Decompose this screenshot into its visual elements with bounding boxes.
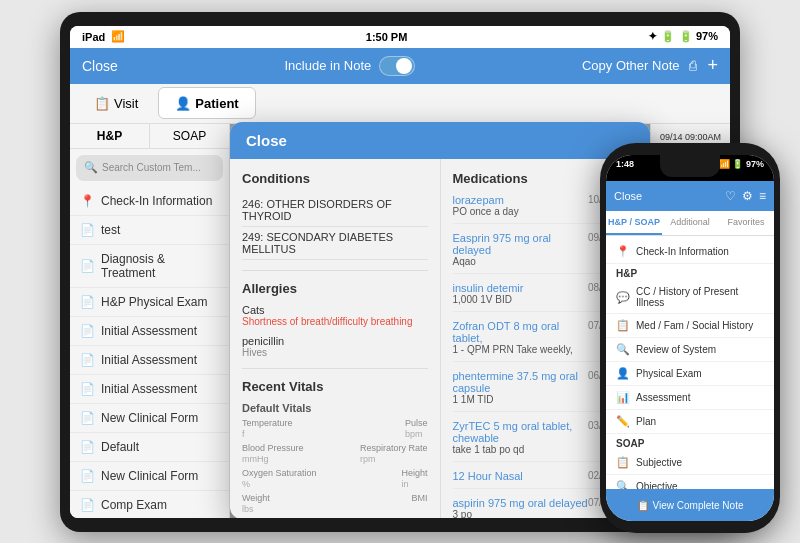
pulse-label: Pulse bbox=[405, 418, 428, 428]
nav-center: Include in Note bbox=[285, 56, 416, 76]
close-button[interactable]: Close bbox=[82, 58, 118, 74]
modal-left-column: Conditions 246: OTHER DISORDERS OF THYRO… bbox=[230, 159, 441, 518]
sidebar-search[interactable]: 🔍 Search Custom Tem... bbox=[76, 155, 223, 181]
sidebar-item-new-clinical-1[interactable]: 📄 New Clinical Form bbox=[70, 404, 229, 433]
ipad-tabs: 📋 Visit 👤 Patient bbox=[70, 84, 730, 124]
menu-icon: ≡ bbox=[759, 189, 766, 203]
iphone-tab-favorites[interactable]: Favorites bbox=[718, 211, 774, 235]
sidebar-item-default[interactable]: 📄 Default bbox=[70, 433, 229, 462]
iphone-medfam-icon: 📋 bbox=[616, 319, 630, 332]
vitals-rr: Respiratory Rate rpm bbox=[360, 443, 428, 464]
doc-icon-4: 📄 bbox=[80, 324, 95, 338]
iphone-view-note-icon: 📋 bbox=[637, 500, 649, 511]
iphone-content: 📍 Check-In Information H&P 💬 CC / Histor… bbox=[606, 236, 774, 497]
add-icon[interactable]: + bbox=[707, 55, 718, 76]
sidebar-item-initial-3[interactable]: 📄 Initial Assessment bbox=[70, 375, 229, 404]
iphone-item-plan-hap[interactable]: ✏️ Plan bbox=[606, 410, 774, 434]
iphone-ros-icon: 🔍 bbox=[616, 343, 630, 356]
iphone-item-physexam[interactable]: 👤 Physical Exam bbox=[606, 362, 774, 386]
rr-unit: rpm bbox=[360, 454, 428, 464]
copy-other-note-button[interactable]: Copy Other Note bbox=[582, 58, 680, 73]
iphone-item-subjective[interactable]: 📋 Subjective bbox=[606, 451, 774, 475]
tab-patient[interactable]: 👤 Patient bbox=[158, 87, 255, 119]
patient-icon: 👤 bbox=[175, 96, 191, 111]
search-icon: 🔍 bbox=[84, 161, 98, 174]
iphone-item-cc[interactable]: 💬 CC / History of Present Illness bbox=[606, 281, 774, 314]
sidebar-label-comp-exam: Comp Exam bbox=[101, 498, 167, 512]
doc-icon-7: 📄 bbox=[80, 411, 95, 425]
subtab-hap[interactable]: H&P bbox=[70, 124, 150, 148]
status-left: iPad 📶 bbox=[82, 30, 125, 43]
iphone-nav-icons: ♡ ⚙ ≡ bbox=[725, 189, 766, 203]
sidebar-item-diagnosis[interactable]: 📄 Diagnosis & Treatment bbox=[70, 245, 229, 288]
modal-close-button[interactable]: Close bbox=[246, 132, 287, 149]
sidebar-label-test: test bbox=[101, 223, 120, 237]
iphone-item-checkin[interactable]: 📍 Check-In Information bbox=[606, 240, 774, 264]
vitals-o2: Oxygen Saturation % bbox=[242, 468, 317, 489]
vitals-weight: Weight lbs bbox=[242, 493, 270, 514]
sidebar-label-initial-2: Initial Assessment bbox=[101, 353, 197, 367]
divider-1 bbox=[242, 270, 428, 271]
iphone-device: 1:48 📶 🔋 97% Close ♡ ⚙ ≡ H&P / SOAP Addi… bbox=[600, 143, 780, 533]
iphone-view-note-button[interactable]: 📋 View Complete Note bbox=[606, 489, 774, 521]
vitals-row-3: Oxygen Saturation % Height in bbox=[242, 468, 428, 489]
sidebar-item-comp-exam[interactable]: 📄 Comp Exam bbox=[70, 491, 229, 518]
modal-body: Conditions 246: OTHER DISORDERS OF THYRO… bbox=[230, 159, 650, 518]
subtab-soap[interactable]: SOAP bbox=[150, 124, 229, 148]
iphone-status-right: 📶 🔋 97% bbox=[719, 159, 764, 169]
iphone-plan-hap-icon: ✏️ bbox=[616, 415, 630, 428]
sidebar-item-initial-2[interactable]: 📄 Initial Assessment bbox=[70, 346, 229, 375]
allergy-secondary-penicillin: Hives bbox=[242, 347, 428, 358]
doc-icon-8: 📄 bbox=[80, 440, 95, 454]
height-unit: in bbox=[401, 479, 427, 489]
iphone-item-medfam[interactable]: 📋 Med / Fam / Social History bbox=[606, 314, 774, 338]
ipad-sidebar: H&P SOAP 🔍 Search Custom Tem... 📍 Check-… bbox=[70, 124, 230, 518]
iphone-tab-hap-soap[interactable]: H&P / SOAP bbox=[606, 211, 662, 235]
sidebar-label-checkin: Check-In Information bbox=[101, 194, 212, 208]
ipad-nav-bar: Close Include in Note Copy Other Note ⎙ … bbox=[70, 48, 730, 84]
ipad-status-bar: iPad 📶 1:50 PM ✦ 🔋 🔋 97% bbox=[70, 26, 730, 48]
bp-unit: mmHg bbox=[242, 454, 304, 464]
doc-icon-10: 📄 bbox=[80, 498, 95, 512]
doc-icon-6: 📄 bbox=[80, 382, 95, 396]
iphone-close-button[interactable]: Close bbox=[614, 190, 642, 202]
vitals-bp: Blood Pressure mmHg bbox=[242, 443, 304, 464]
iphone-item-ros[interactable]: 🔍 Review of System bbox=[606, 338, 774, 362]
iphone-plan-hap-label: Plan bbox=[636, 416, 656, 427]
allergy-cats: Cats Shortness of breath/difficulty brea… bbox=[242, 304, 428, 327]
recent-vitals-title: Recent Vitals bbox=[242, 379, 428, 394]
sidebar-item-test[interactable]: 📄 test bbox=[70, 216, 229, 245]
sidebar-label-default: Default bbox=[101, 440, 139, 454]
tab-visit-label: Visit bbox=[114, 96, 138, 111]
battery-percentage: 🔋 97% bbox=[679, 30, 718, 43]
weight-label: Weight bbox=[242, 493, 270, 503]
bmi-label: BMI bbox=[411, 493, 427, 503]
condition-2: 249: SECONDARY DIABETES MELLITUS bbox=[242, 227, 428, 260]
status-time: 1:50 PM bbox=[366, 31, 408, 43]
sidebar-label-new-clinical-1: New Clinical Form bbox=[101, 411, 198, 425]
search-placeholder: Search Custom Tem... bbox=[102, 162, 201, 173]
iphone-cc-icon: 💬 bbox=[616, 291, 630, 304]
allergies-title: Allergies bbox=[242, 281, 428, 296]
include-note-toggle[interactable] bbox=[379, 56, 415, 76]
sidebar-label-new-clinical-2: New Clinical Form bbox=[101, 469, 198, 483]
vitals-pulse: Pulse bpm bbox=[405, 418, 428, 439]
ipad-main-area: Close Conditions 246: OTHER DISORDERS OF… bbox=[230, 124, 650, 518]
sidebar-item-checkin[interactable]: 📍 Check-In Information bbox=[70, 187, 229, 216]
sidebar-item-new-clinical-2[interactable]: 📄 New Clinical Form bbox=[70, 462, 229, 491]
tab-visit[interactable]: 📋 Visit bbox=[78, 87, 154, 119]
bluetooth-icon: ✦ bbox=[648, 30, 657, 43]
iphone-tab-additional[interactable]: Additional bbox=[662, 211, 718, 235]
iphone-item-assessment-hap[interactable]: 📊 Assessment bbox=[606, 386, 774, 410]
condition-1: 246: OTHER DISORDERS OF THYROID bbox=[242, 194, 428, 227]
sidebar-label-hap-exam: H&P Physical Exam bbox=[101, 295, 207, 309]
iphone-medfam-label: Med / Fam / Social History bbox=[636, 320, 753, 331]
sidebar-item-hap-exam[interactable]: 📄 H&P Physical Exam bbox=[70, 288, 229, 317]
sidebar-item-initial-1[interactable]: 📄 Initial Assessment bbox=[70, 317, 229, 346]
toggle-knob bbox=[396, 58, 412, 74]
iphone-assessment-hap-icon: 📊 bbox=[616, 391, 630, 404]
doc-icon-2: 📄 bbox=[80, 259, 95, 273]
include-note-label: Include in Note bbox=[285, 58, 372, 73]
share-icon[interactable]: ⎙ bbox=[689, 58, 697, 73]
modal-header: Close bbox=[230, 122, 650, 159]
